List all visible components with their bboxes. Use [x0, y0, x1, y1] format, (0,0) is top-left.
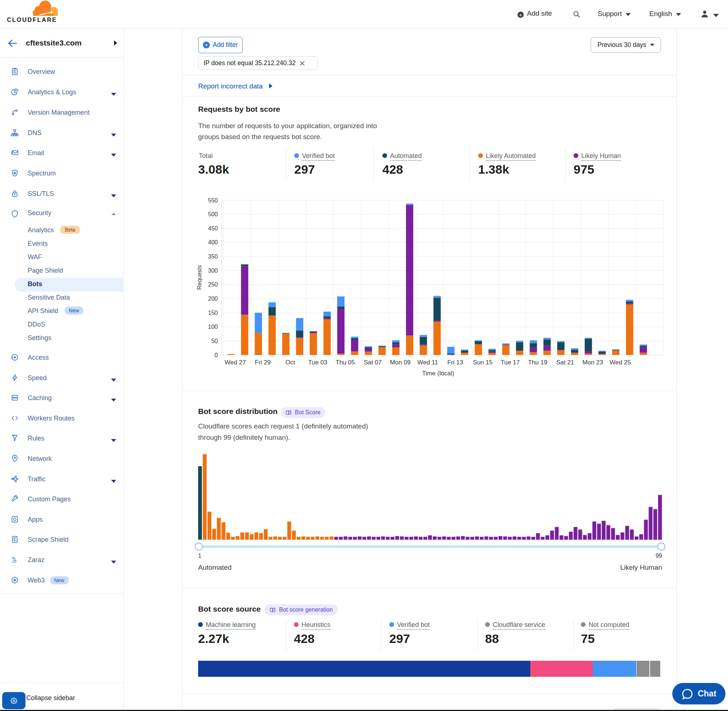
- svg-text:1: 1: [198, 553, 201, 559]
- svg-text:99: 99: [656, 553, 662, 559]
- svg-text:Automated: Automated: [198, 563, 232, 571]
- svg-text:Likely Human: Likely Human: [620, 563, 662, 571]
